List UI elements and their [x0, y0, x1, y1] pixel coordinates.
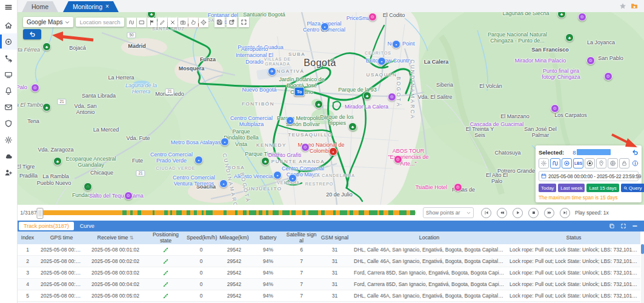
- last-15-days-button[interactable]: Last 15 days: [586, 184, 619, 192]
- table-scrollbar[interactable]: [641, 244, 644, 303]
- column-header[interactable]: Satellite sign al: [285, 231, 318, 244]
- sidebar-item-gear[interactable]: [0, 132, 17, 148]
- undo-selection-icon[interactable]: [632, 149, 639, 156]
- show-points-select[interactable]: Show points ar: [423, 207, 474, 218]
- column-header[interactable]: Index: [17, 231, 38, 244]
- toggle-lock-button[interactable]: [619, 158, 629, 168]
- map-marker-plane[interactable]: ✈: [268, 67, 276, 76]
- map-marker-cam[interactable]: ⊙: [301, 143, 310, 152]
- map-marker-dot[interactable]: ▪: [221, 138, 229, 146]
- timeline-handle[interactable]: [37, 208, 44, 219]
- close-tab-icon[interactable]: ×: [105, 4, 109, 10]
- map-marker-cam[interactable]: ⊙: [454, 183, 462, 191]
- table-row[interactable]: 42025-05-08 00:03:532025-05-08 00:04:020…: [17, 279, 640, 290]
- map-marker-cam[interactable]: ⊙: [388, 93, 396, 101]
- sidebar-item-route-user[interactable]: [0, 50, 17, 66]
- map-marker-cam[interactable]: ⊙: [586, 56, 595, 65]
- map-marker-tree[interactable]: ♣: [314, 100, 323, 108]
- table-row[interactable]: 52025-05-08 00:04:532025-05-08 00:05:020…: [17, 290, 640, 302]
- draw-rectangle-tool-button[interactable]: [137, 18, 147, 27]
- map-marker-paw[interactable]: ∴: [84, 182, 92, 191]
- map-marker-dot[interactable]: ▪: [329, 147, 337, 156]
- sidebar-item-user-add[interactable]: [0, 164, 17, 181]
- tab-monitoring[interactable]: Monitoring ×: [63, 1, 119, 12]
- map-marker-tree[interactable]: ♣: [363, 92, 371, 100]
- column-header[interactable]: Status: [507, 231, 640, 244]
- tab-curve[interactable]: Curve: [74, 222, 101, 230]
- map-marker-dot[interactable]: ▪: [194, 156, 203, 164]
- today-button[interactable]: Today: [539, 184, 556, 192]
- sidebar-item-home[interactable]: [0, 17, 17, 33]
- map-marker-dot[interactable]: ▪: [320, 22, 329, 31]
- toggle-lbs-button[interactable]: LBS: [573, 158, 583, 168]
- forward-button[interactable]: [544, 208, 554, 218]
- toggle-route-button[interactable]: [550, 158, 560, 168]
- toggle-globe-button[interactable]: [608, 158, 618, 168]
- table-row[interactable]: 32025-05-08 00:02:532025-05-08 00:03:020…: [17, 267, 640, 279]
- rewind-button[interactable]: [497, 208, 507, 218]
- table-row[interactable]: 22025-05-08 00:01:532025-05-08 00:02:020…: [17, 256, 640, 267]
- undo-button[interactable]: [23, 29, 41, 39]
- map-marker-tree[interactable]: ♣: [42, 103, 51, 112]
- stop-button[interactable]: [528, 208, 539, 218]
- play-button[interactable]: [513, 208, 523, 218]
- column-header[interactable]: Positioning state: [146, 231, 185, 244]
- selected-device[interactable]: 8: [573, 149, 610, 156]
- save-button[interactable]: [214, 17, 225, 27]
- sidebar-item-shield[interactable]: [0, 115, 17, 132]
- map-marker-to[interactable]: To: [294, 87, 305, 96]
- brackets-icon[interactable]: [620, 223, 626, 229]
- map-marker-dot[interactable]: ▪: [286, 116, 294, 125]
- sidebar-item-bell[interactable]: [0, 82, 17, 99]
- location-search-input[interactable]: [76, 18, 124, 27]
- minus-icon[interactable]: [632, 223, 638, 229]
- sidebar-item-mail[interactable]: [0, 99, 17, 115]
- sidebar-item-menu[interactable]: [0, 0, 17, 15]
- tab-track-points[interactable]: Track points(3187): [19, 222, 74, 230]
- favorite-star-icon[interactable]: [619, 2, 626, 10]
- toggle-stop-poly-button[interactable]: [585, 158, 595, 168]
- bookmark-folder-icon[interactable]: [631, 2, 638, 10]
- column-header[interactable]: Speed(km/h): [185, 231, 217, 244]
- map-marker-cam[interactable]: ⊙: [551, 104, 559, 113]
- map-marker-dot[interactable]: ▪: [288, 174, 297, 182]
- column-header[interactable]: GPS time: [38, 231, 85, 244]
- camera-tool-button[interactable]: [178, 18, 188, 27]
- sidebar-item-cloud[interactable]: [0, 148, 17, 164]
- flag-tool-button[interactable]: [147, 18, 157, 27]
- map-marker-dot[interactable]: ▪: [273, 171, 282, 179]
- map-marker-cam[interactable]: ⊙: [604, 72, 612, 81]
- toggle-gear-button[interactable]: [539, 158, 549, 168]
- map-type-select[interactable]: Google Maps: [23, 17, 73, 27]
- column-header[interactable]: Mileage(km): [217, 231, 251, 244]
- map-marker-cam[interactable]: ⊙: [578, 13, 586, 21]
- map-marker-cam[interactable]: ⊙: [368, 13, 377, 21]
- clear-tool-button[interactable]: [168, 18, 178, 27]
- table-row[interactable]: 12025-05-08 00:00:532025-05-08 00:01:020…: [17, 244, 640, 256]
- map-marker-cam[interactable]: ⊙: [394, 155, 402, 164]
- toggle-pin-button[interactable]: [596, 158, 606, 168]
- map-marker-cam[interactable]: ⊙: [31, 84, 39, 92]
- query-button[interactable]: Query: [621, 184, 644, 192]
- sidebar-item-device[interactable]: [0, 66, 17, 82]
- column-header[interactable]: Battery: [251, 231, 285, 244]
- copy-icon[interactable]: [609, 223, 615, 229]
- tab-home[interactable]: Home: [22, 1, 58, 12]
- timeline-slider[interactable]: [40, 210, 416, 215]
- map-marker-dot[interactable]: ▪: [377, 57, 386, 65]
- column-header[interactable]: Location: [351, 231, 507, 244]
- toggle-target-button[interactable]: [562, 158, 572, 168]
- sort-icon[interactable]: ⇅: [128, 235, 133, 241]
- fullscreen-button[interactable]: [239, 17, 249, 27]
- map-marker-tree[interactable]: ♣: [53, 157, 62, 165]
- measure-route-tool-button[interactable]: [127, 18, 136, 27]
- skip-end-button[interactable]: [560, 208, 570, 218]
- map-marker-cam[interactable]: ⊙: [124, 191, 133, 200]
- date-range-input[interactable]: 2025-05-08 00:00:00 - 2025-05-22 23:59:5…: [539, 171, 639, 181]
- map-marker-tree[interactable]: ♣: [565, 33, 574, 42]
- locate-tool-button[interactable]: [199, 18, 208, 27]
- map-marker-tree[interactable]: ♣: [348, 122, 357, 131]
- map-marker-dot[interactable]: ▪: [392, 40, 400, 48]
- skip-start-button[interactable]: [481, 208, 491, 218]
- export-button[interactable]: [227, 17, 237, 27]
